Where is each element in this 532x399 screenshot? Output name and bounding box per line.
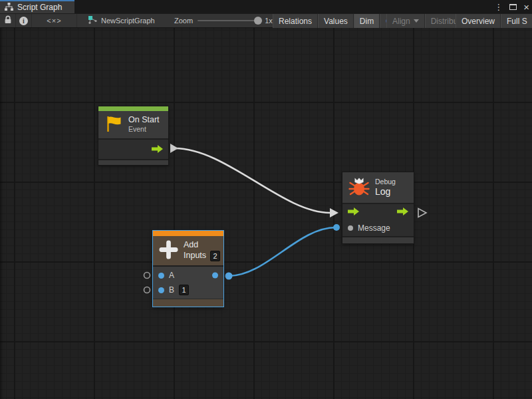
- script-graph-window: Script Graph ⋮ × i <×>: [0, 0, 532, 399]
- port-b-dot[interactable]: [158, 287, 164, 293]
- zoom-value: 1x: [265, 17, 273, 25]
- info-icon: i: [19, 17, 28, 25]
- graph-asset-name: NewScriptGraph: [101, 17, 155, 25]
- node-header[interactable]: Add Inputs 2: [153, 236, 223, 265]
- align-dropdown[interactable]: Align: [386, 14, 425, 28]
- graph-hierarchy-icon: [5, 1, 13, 13]
- zoom-label: Zoom: [174, 17, 193, 25]
- node-add[interactable]: Add Inputs 2 A B 1: [153, 231, 223, 307]
- graph-asset-breadcrumb[interactable]: NewScriptGraph: [88, 14, 155, 27]
- plus-icon: [159, 240, 178, 262]
- add-input-a-port[interactable]: [144, 273, 150, 279]
- values-button[interactable]: Values: [318, 14, 354, 28]
- sum-output-dot[interactable]: [212, 273, 218, 279]
- code-brackets-icon: <×>: [47, 17, 61, 25]
- flow-output-arrow-icon[interactable]: [397, 206, 408, 218]
- flow-port-row: [342, 204, 414, 220]
- maximize-icon[interactable]: [509, 4, 517, 10]
- node-ports: A B 1: [153, 267, 223, 299]
- edit-source-button[interactable]: <×>: [32, 14, 77, 27]
- full-screen-button[interactable]: Full S: [501, 14, 532, 28]
- port-b-label: B: [169, 285, 174, 295]
- flag-icon: [104, 114, 123, 136]
- toolbar-view-group: Overview Full S: [456, 14, 532, 28]
- node-footer: [98, 160, 168, 165]
- port-a-dot[interactable]: [158, 273, 164, 279]
- zoom-slider-handle[interactable]: [254, 17, 262, 25]
- graph-asset-icon: [88, 15, 97, 27]
- zoom-control: Zoom 1x: [174, 14, 273, 27]
- info-button[interactable]: i: [16, 14, 32, 27]
- chevron-down-icon: [414, 19, 419, 23]
- lock-button[interactable]: [0, 14, 16, 27]
- graph-canvas[interactable]: On Start Event: [0, 28, 532, 399]
- node-footer: [153, 299, 223, 307]
- port-a-label: A: [169, 271, 174, 280]
- message-port-row: Message: [342, 220, 414, 236]
- node-debug-log[interactable]: Debug Log Message: [342, 172, 414, 243]
- connection-layer: [0, 28, 532, 399]
- node-title: Add: [184, 240, 220, 251]
- graph-toolbar: i <×> NewScriptGraph Zoom 1x: [0, 13, 532, 28]
- message-port-label: Message: [358, 223, 390, 233]
- flow-output-arrow-icon[interactable]: [152, 144, 163, 156]
- window-controls: ⋮ ×: [494, 0, 529, 13]
- inputs-count-field[interactable]: 2: [210, 251, 220, 261]
- wire-onstart-to-debug[interactable]: [175, 148, 330, 213]
- add-output-port[interactable]: [225, 273, 233, 280]
- node-title: On Start: [128, 115, 160, 126]
- node-on-start[interactable]: On Start Event: [98, 106, 168, 165]
- wire-add-to-debug-message[interactable]: [229, 227, 336, 276]
- tab-script-graph[interactable]: Script Graph: [0, 0, 74, 13]
- flow-input-arrow-icon[interactable]: [348, 206, 359, 218]
- debug-message-port-endpoint[interactable]: [333, 224, 340, 231]
- node-ports: Message: [342, 204, 414, 236]
- relations-button[interactable]: Relations: [273, 14, 318, 28]
- overview-button[interactable]: Overview: [456, 14, 501, 28]
- node-header[interactable]: On Start Event: [98, 111, 168, 138]
- port-b-value-field[interactable]: 1: [179, 285, 189, 295]
- kebab-menu-icon[interactable]: ⋮: [494, 3, 503, 11]
- onstart-output-port[interactable]: [170, 144, 178, 153]
- message-port-dot[interactable]: [348, 225, 353, 231]
- debug-input-arrowhead: [330, 208, 338, 217]
- lock-icon: [4, 15, 12, 27]
- add-input-b-port[interactable]: [144, 287, 150, 293]
- node-title: Debug: [375, 178, 396, 187]
- port-b-row: B 1: [153, 283, 223, 297]
- node-accent-bar: [153, 231, 223, 236]
- node-ports: [98, 140, 168, 159]
- inputs-label: Inputs: [184, 251, 206, 261]
- tab-bar: Script Graph ⋮ ×: [0, 0, 532, 13]
- node-subtitle: Log: [375, 186, 396, 198]
- port-a-row: A: [153, 268, 223, 283]
- node-footer: [342, 237, 414, 243]
- node-accent-bar: [98, 106, 168, 111]
- zoom-slider[interactable]: [198, 20, 259, 21]
- node-subtitle: Event: [128, 125, 160, 134]
- bug-icon: [348, 176, 370, 199]
- dim-button[interactable]: Dim: [354, 14, 380, 28]
- node-header[interactable]: Debug Log: [342, 172, 414, 203]
- debug-output-port[interactable]: [418, 209, 426, 217]
- close-icon[interactable]: ×: [523, 2, 529, 12]
- tab-title: Script Graph: [17, 3, 62, 12]
